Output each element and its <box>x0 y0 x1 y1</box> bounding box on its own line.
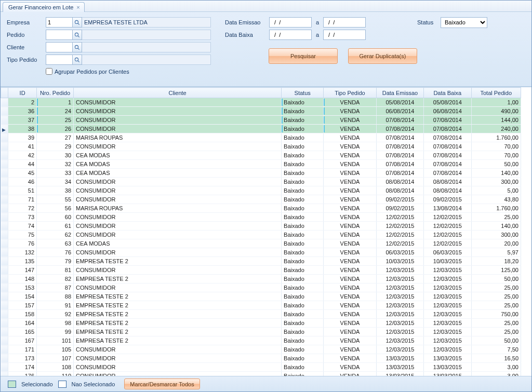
tipo-lookup-button[interactable] <box>73 55 82 65</box>
header-tipo-pedido[interactable]: Tipo Pedido <box>324 88 377 98</box>
cell-status: Baixado <box>282 336 324 345</box>
table-row[interactable]: 7360CONSUMIDORBaixadoVENDA12/02/201512/0… <box>1 213 521 222</box>
header-data-emissao[interactable]: Data Emissao <box>376 88 423 98</box>
cell-data-emissao: 07/08/2014 <box>376 169 423 178</box>
data-emissao-ate-input[interactable] <box>323 17 366 28</box>
agrupar-checkbox[interactable] <box>46 68 52 75</box>
row-indicator <box>1 107 8 116</box>
marcar-desmarcar-button[interactable]: Marcar/Desmarcar Todos <box>124 379 200 389</box>
table-row[interactable]: 7256MARISA ROUPASBaixadoVENDA09/02/20151… <box>1 204 521 213</box>
cell-nro-pedido: 30 <box>37 151 74 160</box>
header-cliente[interactable]: Cliente <box>74 88 282 98</box>
tab-gerar-financeiro[interactable]: Gerar Financeiro em Lote × <box>3 2 85 12</box>
cell-data-baixa: 12/02/2015 <box>424 222 471 231</box>
table-row[interactable]: 3927MARISA ROUPASBaixadoVENDA07/08/20140… <box>1 133 521 142</box>
cell-cliente: EMPRESA TESTE 2 <box>74 257 282 266</box>
cell-status: Baixado <box>282 363 324 372</box>
grid-scroll[interactable]: ID Nro. Pedido Cliente Status Tipo Pedid… <box>1 87 531 376</box>
table-row[interactable]: 14882EMPRESA TESTE 2BaixadoVENDA12/03/20… <box>1 275 521 283</box>
cell-cliente: EMPRESA TESTE 2 <box>74 301 282 310</box>
pesquisar-button[interactable]: Pesquisar <box>269 48 338 64</box>
cell-data-baixa: 07/08/2014 <box>424 133 471 142</box>
data-baixa-de-input[interactable] <box>269 30 312 40</box>
table-row[interactable]: 15791EMPRESA TESTE 2BaixadoVENDA12/03/20… <box>1 301 521 310</box>
svg-line-5 <box>78 48 79 49</box>
header-total-pedido[interactable]: Total Pedido <box>471 88 521 98</box>
row-indicator <box>1 292 8 301</box>
table-row[interactable]: 14781CONSUMIDORBaixadoVENDA12/03/201512/… <box>1 266 521 275</box>
cell-data-baixa: 12/03/2015 <box>424 319 471 328</box>
header-data-baixa[interactable]: Data Baixa <box>424 88 471 98</box>
cell-id: 73 <box>8 213 37 222</box>
table-row[interactable]: 15488EMPRESA TESTE 2BaixadoVENDA12/03/20… <box>1 292 521 301</box>
header-indicator[interactable] <box>1 88 8 98</box>
label-cliente: Cliente <box>7 44 46 50</box>
table-row[interactable]: 15892EMPRESA TESTE 2BaixadoVENDA12/03/20… <box>1 310 521 319</box>
cell-data-baixa: 12/03/2015 <box>424 283 471 292</box>
cell-id: 39 <box>8 133 37 142</box>
cell-id: 174 <box>8 363 37 372</box>
table-row[interactable]: 167101EMPRESA TESTE 2BaixadoVENDA12/03/2… <box>1 336 521 345</box>
label-status: Status <box>417 19 441 25</box>
close-icon[interactable]: × <box>76 5 79 10</box>
cliente-code-input[interactable] <box>46 42 73 52</box>
table-row[interactable]: 171105CONSUMIDORBaixadoVENDA12/03/201512… <box>1 345 521 354</box>
table-row[interactable]: 4533CEA MODASBaixadoVENDA07/08/201407/08… <box>1 169 521 178</box>
cell-data-baixa: 12/03/2015 <box>424 336 471 345</box>
table-row[interactable]: 173107CONSUMIDORBaixadoVENDA13/03/201513… <box>1 354 521 363</box>
table-row[interactable]: 3725CONSUMIDORBaixadoVENDA07/08/201407/0… <box>1 116 521 125</box>
table-row[interactable]: 4634CONSUMIDORBaixadoVENDA08/08/201408/0… <box>1 178 521 186</box>
table-row[interactable]: 5138CONSUMIDORBaixadoVENDA08/08/201408/0… <box>1 186 521 195</box>
header-status[interactable]: Status <box>282 88 324 98</box>
pedido-code-input[interactable] <box>46 30 73 40</box>
cell-status: Baixado <box>282 319 324 328</box>
table-row[interactable]: 13276CONSUMIDORBaixadoVENDA06/03/201506/… <box>1 248 521 257</box>
table-row[interactable]: 16599EMPRESA TESTE 2BaixadoVENDA12/03/20… <box>1 328 521 336</box>
cell-total-pedido: 240,00 <box>471 125 521 133</box>
empresa-lookup-button[interactable] <box>73 17 82 28</box>
table-row[interactable]: 15387CONSUMIDORBaixadoVENDA12/03/201512/… <box>1 283 521 292</box>
table-row[interactable]: 4432CEA MODASBaixadoVENDA07/08/201407/08… <box>1 160 521 169</box>
data-emissao-de-input[interactable] <box>269 17 312 28</box>
table-row[interactable]: 174108CONSUMIDORBaixadoVENDA13/03/201513… <box>1 363 521 372</box>
table-row[interactable]: 13579EMPRESA TESTE 2BaixadoVENDA10/03/20… <box>1 257 521 266</box>
cell-cliente: CONSUMIDOR <box>74 125 282 133</box>
table-row[interactable]: 21CONSUMIDORBaixadoVENDA05/08/201405/08/… <box>1 98 521 107</box>
table-row[interactable]: 16498EMPRESA TESTE 2BaixadoVENDA12/03/20… <box>1 319 521 328</box>
table-row[interactable]: 7461CONSUMIDORBaixadoVENDA12/02/201512/0… <box>1 222 521 231</box>
row-indicator <box>1 213 8 222</box>
cell-cliente: CONSUMIDOR <box>74 213 282 222</box>
row-indicator <box>1 336 8 345</box>
tipo-desc <box>82 55 211 65</box>
cell-status: Baixado <box>282 116 324 125</box>
cell-data-baixa: 07/08/2014 <box>424 125 471 133</box>
row-indicator <box>1 248 8 257</box>
header-id[interactable]: ID <box>8 88 37 98</box>
table-row[interactable]: 7562CONSUMIDORBaixadoVENDA12/02/201512/0… <box>1 231 521 239</box>
empresa-code-input[interactable] <box>46 17 73 28</box>
table-row[interactable]: 4129CONSUMIDORBaixadoVENDA07/08/201407/0… <box>1 142 521 151</box>
cell-data-emissao: 08/08/2014 <box>376 186 423 195</box>
cell-cliente: MARISA ROUPAS <box>74 133 282 142</box>
tipo-code-input[interactable] <box>46 55 73 65</box>
pedido-lookup-button[interactable] <box>73 30 82 40</box>
cell-status: Baixado <box>282 186 324 195</box>
cell-id: 164 <box>8 319 37 328</box>
table-row[interactable]: 3624CONSUMIDORBaixadoVENDA06/08/201406/0… <box>1 107 521 116</box>
table-row[interactable]: 3826CONSUMIDORBaixadoVENDA07/08/201407/0… <box>1 125 521 133</box>
cell-id: 148 <box>8 275 37 283</box>
cell-id: 46 <box>8 178 37 186</box>
gerar-duplicatas-button[interactable]: Gerar Duplicata(s) <box>348 48 417 64</box>
cell-id: 74 <box>8 222 37 231</box>
table-row[interactable]: 7155CONSUMIDORBaixadoVENDA09/02/201509/0… <box>1 195 521 204</box>
header-nro-pedido[interactable]: Nro. Pedido <box>37 88 74 98</box>
status-select[interactable]: Baixado <box>441 17 487 28</box>
table-row[interactable]: 7663CEA MODASBaixadoVENDA12/02/201512/02… <box>1 239 521 248</box>
cell-tipo-pedido: VENDA <box>324 266 377 275</box>
data-baixa-ate-input[interactable] <box>323 30 366 40</box>
table-row[interactable]: 176110CONSUMIDORBaixadoVENDA13/03/201513… <box>1 372 521 376</box>
cell-cliente: CONSUMIDOR <box>74 354 282 363</box>
table-row[interactable]: 4230CEA MODASBaixadoVENDA07/08/201407/08… <box>1 151 521 160</box>
cell-nro-pedido: 76 <box>37 248 74 257</box>
cliente-lookup-button[interactable] <box>73 42 82 52</box>
